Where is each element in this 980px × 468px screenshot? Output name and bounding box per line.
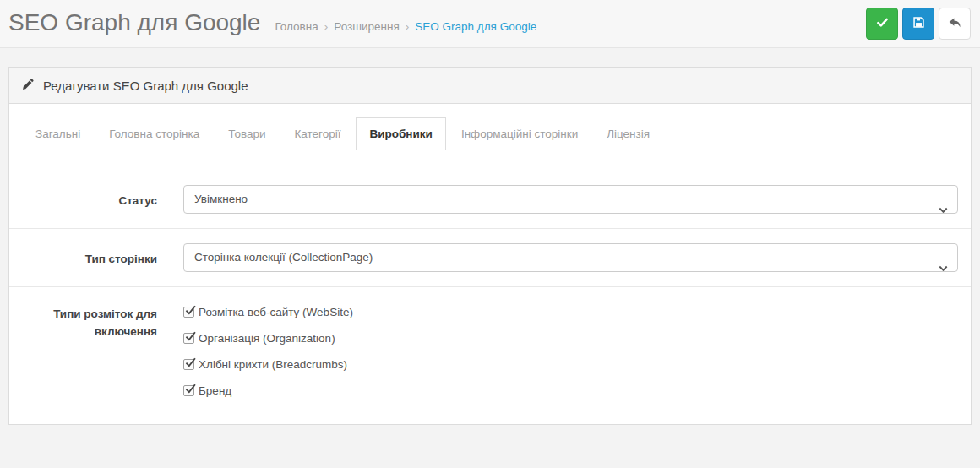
pencil-icon: [22, 78, 35, 93]
edit-panel: Редагувати SEO Graph для Google Загальні…: [8, 67, 972, 425]
markup-options-list: Розмітка веб-сайту (WebSite)Організація …: [183, 306, 958, 398]
checkbox[interactable]: [183, 333, 194, 344]
breadcrumb-separator: ›: [406, 20, 410, 33]
tab[interactable]: Виробники: [356, 117, 445, 150]
form-row-markup-types: Типи розміток для включення Розмітка веб…: [9, 286, 971, 424]
page-title: SEO Graph для Google: [8, 11, 260, 35]
apply-button[interactable]: [866, 8, 898, 40]
checkbox-label[interactable]: Організація (Organization): [199, 332, 335, 346]
save-button[interactable]: [902, 8, 934, 40]
panel-body: ЗагальніГоловна сторінкаТовариКатегоріїВ…: [9, 117, 971, 424]
breadcrumb-separator: ›: [324, 20, 329, 33]
tab[interactable]: Інформаційні сторінки: [448, 117, 591, 150]
tab[interactable]: Категорії: [280, 117, 354, 150]
tab[interactable]: Товари: [215, 117, 279, 150]
markup-option: Розмітка веб-сайту (WebSite): [183, 306, 958, 319]
markup-option: Організація (Organization): [183, 332, 958, 346]
form-row-status: Статус Увімкнено: [9, 171, 971, 228]
panel-heading-text: Редагувати SEO Graph для Google: [43, 79, 248, 93]
status-select[interactable]: Увімкнено: [183, 185, 958, 214]
chevron-down-icon: [939, 197, 948, 214]
breadcrumb: Головна›Розширення›SEO Graph для Google: [275, 20, 536, 33]
checkbox-label[interactable]: Хлібні крихти (Breadcrumbs): [199, 358, 347, 372]
tab[interactable]: Головна сторінка: [95, 117, 213, 150]
checkbox-label[interactable]: Бренд: [199, 384, 231, 398]
page-type-select-value: Сторінка колекції (CollectionPage): [194, 251, 373, 264]
toolbar: [866, 8, 971, 40]
back-button[interactable]: [939, 8, 971, 40]
tab-content: Статус Увімкнено Тип сторінки Сторінка к…: [9, 150, 971, 424]
markup-option: Хлібні крихти (Breadcrumbs): [183, 358, 958, 372]
breadcrumb-item[interactable]: Розширення: [334, 20, 400, 33]
markup-option: Бренд: [183, 384, 958, 398]
page-type-select[interactable]: Сторінка колекції (CollectionPage): [183, 243, 958, 272]
page-header: SEO Graph для Google Головна›Розширення›…: [0, 0, 980, 48]
breadcrumb-item[interactable]: Головна: [275, 20, 318, 33]
tab[interactable]: Ліцензія: [593, 117, 663, 150]
tab-bar: ЗагальніГоловна сторінкаТовариКатегоріїВ…: [22, 117, 958, 150]
chevron-down-icon: [939, 255, 948, 272]
checkbox-label[interactable]: Розмітка веб-сайту (WebSite): [199, 306, 353, 319]
status-select-value: Увімкнено: [194, 193, 248, 205]
status-label: Статус: [22, 185, 157, 214]
tab[interactable]: Загальні: [22, 117, 94, 150]
save-icon: [912, 16, 925, 31]
undo-icon: [948, 16, 961, 32]
checkbox[interactable]: [183, 359, 194, 370]
checkbox[interactable]: [183, 307, 194, 318]
markup-types-label: Типи розміток для включення: [22, 306, 157, 398]
form-row-page-type: Тип сторінки Сторінка колекції (Collecti…: [9, 228, 971, 286]
breadcrumb-item[interactable]: SEO Graph для Google: [415, 20, 536, 33]
checkbox[interactable]: [183, 385, 194, 396]
page-type-label: Тип сторінки: [22, 243, 157, 272]
panel-heading: Редагувати SEO Graph для Google: [9, 68, 971, 104]
check-icon: [876, 16, 889, 31]
